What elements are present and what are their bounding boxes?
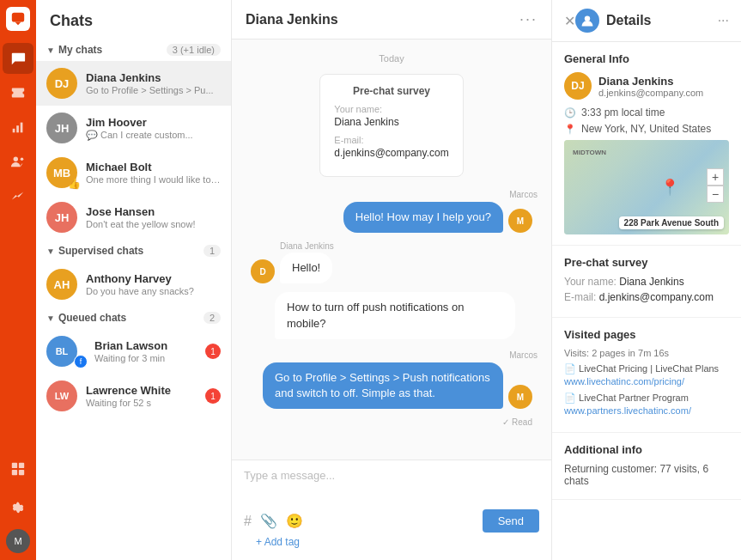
survey-name-label: Your name: <box>334 104 448 114</box>
chat-item-lawrence[interactable]: LW Lawrence White Waiting for 52 s 1 <box>36 374 231 418</box>
avatar-diana: DJ <box>46 68 77 99</box>
supervised-chats-label: Supervised chats <box>58 245 203 257</box>
survey-bubble: Pre-chat survey Your name: Diana Jenkins… <box>319 74 463 177</box>
visited-page-2-url[interactable]: www.partners.livechatinc.com/ <box>564 405 691 416</box>
svg-rect-10 <box>19 470 24 475</box>
date-label: Today <box>246 53 538 64</box>
panel-survey-email-val: d.jenkins@company.com <box>599 291 714 303</box>
attachment-icon[interactable]: 📎 <box>260 513 277 529</box>
zoom-in-button[interactable]: + <box>707 168 724 186</box>
chat-info-lawrence: Lawrence White Waiting for 52 s <box>86 384 202 408</box>
nav-tickets[interactable] <box>3 77 33 108</box>
close-panel-button[interactable]: ✕ <box>564 13 575 29</box>
chat-title: Diana Jenkins <box>246 12 338 27</box>
general-info-section: General Info DJ Diana Jenkins d.jenkins@… <box>552 42 741 246</box>
chat-preview-jose: Don't eat the yellow snow! <box>86 219 221 229</box>
panel-survey-name-val: Diana Jenkins <box>619 276 683 288</box>
chat-item-brian[interactable]: BL f Brian Lawson Waiting for 3 min 1 <box>36 329 231 374</box>
queued-chats-chevron: ▼ <box>46 313 55 323</box>
chat-item-jose[interactable]: JH Jose Hansen Don't eat the yellow snow… <box>36 195 231 240</box>
svg-rect-0 <box>12 13 24 22</box>
nav-analytics[interactable] <box>3 180 33 211</box>
map-address-label: 228 Park Avenue South <box>619 216 724 229</box>
detail-location: New York, NY, United States <box>581 123 711 135</box>
my-chats-label: My chats <box>58 44 167 56</box>
emoji-icon[interactable]: 🙂 <box>286 513 303 529</box>
survey-email-value: d.jenkins@company.com <box>334 147 448 159</box>
chat-input[interactable] <box>244 469 539 503</box>
supervised-chats-count: 1 <box>203 245 221 257</box>
app-logo <box>6 7 30 31</box>
right-panel-header: ✕ Details ··· <box>552 0 741 42</box>
panel-survey-email: E-mail: d.jenkins@company.com <box>564 291 729 303</box>
detail-time-row: 🕒 3:33 pm local time <box>564 107 729 119</box>
svg-rect-7 <box>12 463 17 468</box>
queued-chats-label: Queued chats <box>58 312 203 324</box>
chat-preview-jim: 💬 Can I create custom... <box>86 130 221 141</box>
msg-row-diana1: D Hello! <box>246 253 538 283</box>
detail-time: 3:33 pm local time <box>581 107 665 119</box>
svg-point-5 <box>14 157 18 161</box>
chat-item-jim[interactable]: JH Jim Hoover 💬 Can I create custom... <box>36 106 231 150</box>
add-tag-button[interactable]: + Add tag <box>244 533 539 551</box>
chat-messages: Today Pre-chat survey Your name: Diana J… <box>232 40 551 460</box>
nav-reports[interactable] <box>3 112 33 143</box>
hashtag-icon[interactable]: # <box>244 514 252 529</box>
chat-preview-diana: Go to Profile > Settings > Pu... <box>86 85 221 95</box>
chat-input-area: # 📎 🙂 Send + Add tag <box>232 460 551 560</box>
left-navigation: M <box>0 0 36 560</box>
svg-marker-1 <box>15 22 21 26</box>
visited-page-1-url[interactable]: www.livechatinc.com/pricing/ <box>564 376 684 387</box>
panel-menu-button[interactable]: ··· <box>718 13 729 28</box>
send-button[interactable]: Send <box>483 509 539 533</box>
nav-chats[interactable] <box>3 43 33 74</box>
detail-user-name: Diana Jenkins <box>598 75 703 88</box>
chat-preview-lawrence: Waiting for 52 s <box>86 398 202 408</box>
additional-info-row: Returning customer: 77 visits, 6 chats <box>564 463 729 487</box>
msg-bubble-marcos1: Hello! How may I help you? <box>343 202 503 233</box>
avatar-diana1: D <box>251 259 275 283</box>
nav-apps[interactable] <box>3 453 33 484</box>
avatar-marcos2: M <box>508 385 532 409</box>
survey-name-value: Diana Jenkins <box>334 116 448 128</box>
additional-info-section: Additional info Returning customer: 77 v… <box>552 433 741 500</box>
avatar-marcos1: M <box>508 209 532 233</box>
thumbsup-badge: 👍 <box>68 178 81 190</box>
msg-sender-marcos1: Marcos <box>246 187 538 200</box>
avatar-brian: BL <box>46 336 77 367</box>
chat-badge-lawrence: 1 <box>205 388 221 404</box>
supervised-chats-chevron: ▼ <box>46 247 55 256</box>
svg-point-6 <box>21 158 24 161</box>
chat-preview-michael: One more thing I would like to a... <box>86 174 221 185</box>
msg-bubble-marcos2: Go to Profile > Settings > Push notifica… <box>263 362 503 409</box>
detail-location-row: 📍 New York, NY, United States <box>564 123 729 135</box>
avatar-brian-wrap: BL f <box>46 336 86 367</box>
chat-info-brian: Brian Lawson Waiting for 3 min <box>94 339 202 363</box>
chat-menu-button[interactable]: ··· <box>519 10 538 28</box>
visited-page-1-title: 📄 LiveChat Pricing | LiveChat Plans <box>564 363 729 374</box>
avatar-jose: JH <box>46 202 77 233</box>
queued-chats-section-header[interactable]: ▼ Queued chats 2 <box>36 307 231 329</box>
svg-rect-2 <box>13 129 15 133</box>
chat-item-michael[interactable]: MB 👍 Michael Bolt One more thing I would… <box>36 150 231 195</box>
visited-page-1: 📄 LiveChat Pricing | LiveChat Plans www.… <box>564 363 729 387</box>
chat-badge-brian: 1 <box>205 344 221 359</box>
visited-pages-section: Visited pages Visits: 2 pages in 7m 16s … <box>552 318 741 433</box>
chat-item-diana[interactable]: DJ Diana Jenkins Go to Profile > Setting… <box>36 61 231 106</box>
svg-rect-9 <box>12 470 17 475</box>
supervised-chats-section-header[interactable]: ▼ Supervised chats 1 <box>36 240 231 262</box>
details-title: Details <box>606 13 718 28</box>
nav-settings[interactable] <box>3 491 33 522</box>
svg-rect-3 <box>16 125 19 132</box>
chat-preview-brian: Waiting for 3 min <box>94 353 202 363</box>
avatar-michael: MB 👍 <box>46 157 77 188</box>
nav-visitors[interactable] <box>3 146 33 177</box>
avatar-anthony: AH <box>46 269 77 300</box>
my-chats-section-header[interactable]: ▼ My chats 3 (+1 idle) <box>36 39 231 61</box>
survey-header: Pre-chat survey <box>334 85 448 97</box>
chat-item-anthony[interactable]: AH Anthony Harvey Do you have any snacks… <box>36 262 231 307</box>
visits-info: Visits: 2 pages in 7m 16s <box>564 348 729 358</box>
zoom-out-button[interactable]: − <box>707 186 724 203</box>
right-panel: ✕ Details ··· General Info DJ Diana Jenk… <box>552 0 741 560</box>
nav-user-avatar[interactable]: M <box>6 529 30 553</box>
